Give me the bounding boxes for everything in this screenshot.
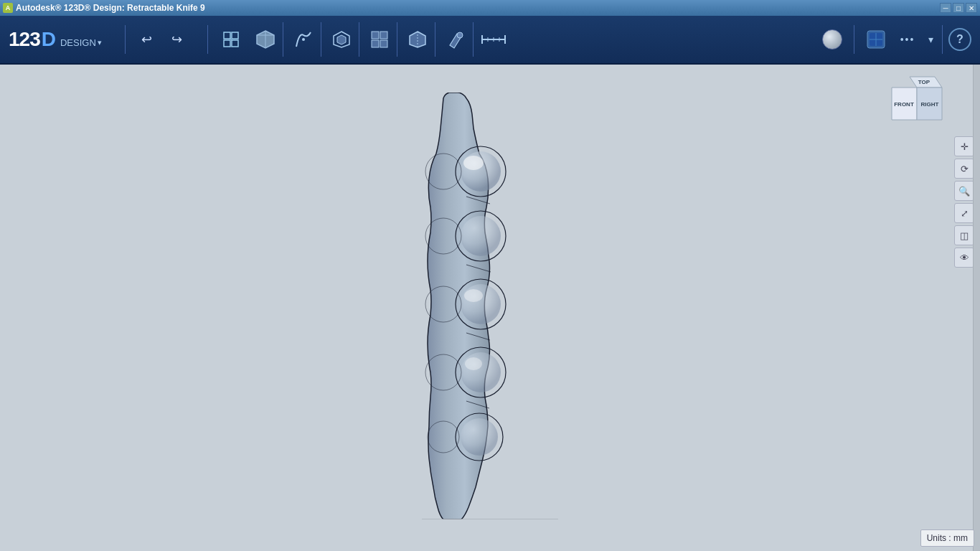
modify-group: [438, 22, 473, 57]
pattern-group: [362, 22, 397, 57]
minimize-button[interactable]: ─: [940, 3, 951, 13]
logo-d: D: [42, 28, 56, 51]
svg-rect-3: [232, 40, 238, 47]
snap-tool[interactable]: [403, 22, 432, 57]
svg-text:FRONT: FRONT: [894, 101, 914, 108]
svg-point-8: [302, 38, 305, 41]
toolbar-divider-3: [854, 25, 854, 54]
svg-rect-0: [224, 32, 230, 39]
title-bar: A Autodesk® 123D® Design: Retractable Kn…: [0, 0, 980, 16]
sketch-tool[interactable]: [289, 22, 318, 57]
dropdown-arrow[interactable]: ▾: [925, 22, 936, 57]
restore-button[interactable]: □: [953, 3, 964, 13]
help-button[interactable]: ?: [948, 28, 971, 51]
navigation-controls: ✛ ⟳ 🔍 ⤢ ◫ 👁: [954, 136, 974, 268]
fit-view-button[interactable]: ⤢: [954, 203, 974, 223]
measure-group: [476, 22, 511, 57]
3d-viewport[interactable]: TOP FRONT RIGHT ✛ ⟳ 🔍 ⤢ ◫ 👁 Units : mm: [0, 65, 980, 551]
3d-model-container: [418, 93, 562, 523]
units-badge[interactable]: Units : mm: [920, 529, 974, 547]
svg-point-17: [457, 32, 463, 38]
svg-rect-2: [224, 40, 230, 47]
fit-all-tool[interactable]: [217, 22, 245, 57]
logo-dropdown-arrow[interactable]: ▾: [98, 38, 102, 47]
svg-point-38: [465, 357, 482, 370]
construct-tool[interactable]: [327, 22, 356, 57]
sphere-icon: [822, 29, 842, 50]
more-options-button[interactable]: •••: [893, 22, 922, 57]
pattern-tool[interactable]: [365, 22, 394, 57]
model-svg: [422, 93, 558, 519]
zoom-button[interactable]: 🔍: [954, 181, 974, 201]
app-logo[interactable]: 123 D DESIGN ▾: [9, 28, 102, 51]
redo-button[interactable]: ↪: [164, 27, 190, 52]
main-tools-group: [217, 22, 818, 57]
sketch-group: [286, 22, 321, 57]
svg-point-37: [461, 352, 501, 392]
orbit-button[interactable]: ⟳: [954, 159, 974, 179]
knife-model: [422, 93, 558, 519]
material-tool[interactable]: [818, 22, 847, 57]
modify-tool[interactable]: [441, 22, 470, 57]
undo-redo-group: ↩ ↪: [134, 27, 190, 52]
profile-icon[interactable]: [862, 22, 890, 57]
svg-rect-11: [372, 32, 379, 39]
view-cube[interactable]: TOP FRONT RIGHT: [888, 73, 938, 123]
title-bar-controls[interactable]: ─ □ ✕: [940, 3, 977, 13]
svg-rect-14: [380, 40, 387, 47]
svg-marker-15: [410, 32, 425, 47]
logo-design: DESIGN: [60, 37, 96, 48]
svg-point-35: [464, 289, 483, 302]
svg-text:RIGHT: RIGHT: [921, 101, 939, 108]
svg-text:TOP: TOP: [918, 79, 930, 85]
svg-point-32: [461, 216, 501, 256]
measure-tool[interactable]: [479, 22, 508, 57]
app-icon: A: [3, 3, 13, 13]
window-title: Autodesk® 123D® Design: Retractable Knif…: [16, 3, 205, 13]
title-bar-text: A Autodesk® 123D® Design: Retractable Kn…: [3, 3, 205, 13]
toolbar-divider-2: [207, 25, 208, 54]
close-button[interactable]: ✕: [966, 3, 977, 13]
svg-marker-10: [337, 35, 346, 44]
svg-point-40: [461, 418, 498, 456]
svg-point-34: [461, 284, 501, 324]
visibility-button[interactable]: 👁: [954, 248, 974, 268]
perspective-button[interactable]: ◫: [954, 225, 974, 245]
box-primitive-tool[interactable]: [251, 22, 280, 57]
undo-button[interactable]: ↩: [134, 27, 160, 52]
logo-123: 123: [9, 28, 40, 51]
construct-group: [324, 22, 359, 57]
pan-button[interactable]: ✛: [954, 136, 974, 156]
main-toolbar: 123 D DESIGN ▾ ↩ ↪: [0, 16, 980, 65]
toolbar-divider-1: [125, 25, 126, 54]
right-tools-group: ••• ▾ ?: [818, 22, 971, 57]
svg-rect-1: [232, 32, 238, 39]
snap-group: [400, 22, 435, 57]
svg-point-29: [461, 151, 501, 192]
svg-rect-13: [372, 40, 379, 47]
toolbar-divider-4: [942, 25, 943, 54]
svg-rect-12: [380, 32, 387, 39]
units-label: Units : mm: [927, 533, 968, 543]
viewport-scrollbar[interactable]: [973, 65, 980, 551]
primitives-group: [248, 22, 283, 57]
svg-point-30: [463, 156, 484, 170]
